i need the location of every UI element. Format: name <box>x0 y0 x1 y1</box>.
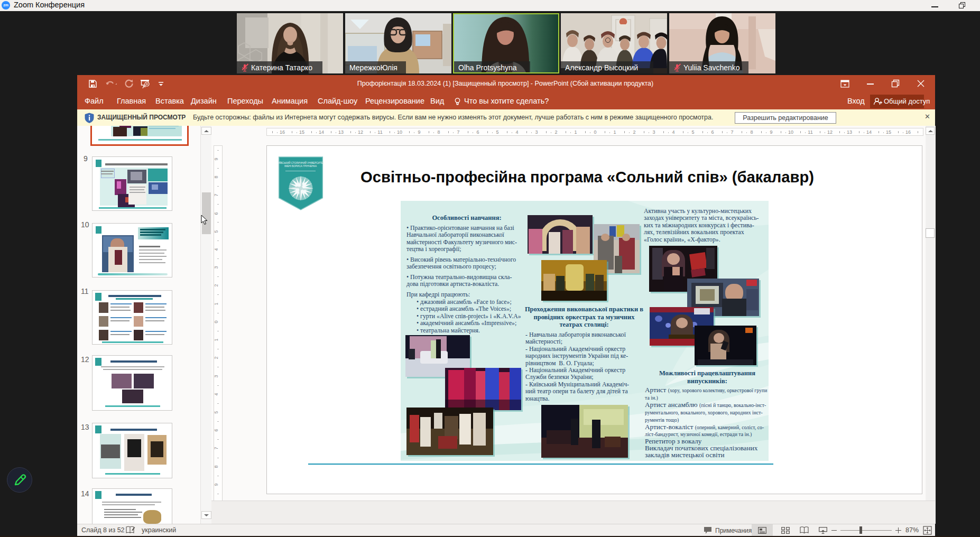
svg-text:16: 16 <box>280 129 285 135</box>
svg-text:6: 6 <box>214 429 219 431</box>
svg-text:14: 14 <box>319 129 324 135</box>
svg-text:10: 10 <box>788 129 793 135</box>
svg-text:2: 2 <box>554 129 557 135</box>
svg-text:16: 16 <box>905 129 911 135</box>
svg-text:13: 13 <box>847 129 852 135</box>
svg-text:7: 7 <box>457 129 459 135</box>
svg-text:2: 2 <box>214 356 219 359</box>
svg-text:8: 8 <box>750 129 753 135</box>
svg-text:7: 7 <box>214 447 219 449</box>
svg-text:4: 4 <box>214 248 219 251</box>
svg-text:6: 6 <box>711 129 714 135</box>
svg-text:3: 3 <box>214 266 219 268</box>
svg-text:3: 3 <box>652 129 655 135</box>
svg-text:8: 8 <box>437 129 440 135</box>
svg-text:11: 11 <box>808 129 812 135</box>
svg-text:5: 5 <box>691 129 694 135</box>
svg-text:12: 12 <box>358 129 363 135</box>
svg-text:8: 8 <box>214 175 219 178</box>
svg-text:8: 8 <box>214 465 219 468</box>
svg-text:15: 15 <box>886 129 891 135</box>
svg-text:9: 9 <box>418 129 420 135</box>
svg-text:КИЇВСЬКИЙ СТОЛИЧНИЙ УНІВЕРСИТЕ: КИЇВСЬКИЙ СТОЛИЧНИЙ УНІВЕРСИТЕТ <box>278 161 324 164</box>
svg-text:13: 13 <box>338 129 344 135</box>
svg-text:0: 0 <box>594 129 596 135</box>
svg-text:9: 9 <box>770 129 772 135</box>
svg-text:ІМЕНІ БОРИСА ГРІНЧЕНКА: ІМЕНІ БОРИСА ГРІНЧЕНКА <box>284 165 317 168</box>
svg-text:1: 1 <box>574 129 577 135</box>
svg-text:5: 5 <box>496 129 498 135</box>
svg-text:15: 15 <box>299 129 304 135</box>
svg-text:4: 4 <box>214 393 219 395</box>
svg-text:4: 4 <box>672 129 674 135</box>
svg-text:5: 5 <box>214 411 219 413</box>
svg-text:1: 1 <box>214 338 219 341</box>
svg-text:9: 9 <box>214 158 219 160</box>
svg-text:10: 10 <box>397 129 402 135</box>
svg-text:14: 14 <box>866 129 872 135</box>
svg-text:0: 0 <box>214 320 219 323</box>
svg-text:7: 7 <box>214 193 219 196</box>
svg-text:1: 1 <box>214 302 219 305</box>
svg-text:11: 11 <box>377 129 382 135</box>
svg-text:1: 1 <box>613 129 616 135</box>
svg-text:2: 2 <box>214 284 219 286</box>
svg-text:2: 2 <box>633 129 635 135</box>
svg-text:6: 6 <box>476 129 479 135</box>
svg-text:9: 9 <box>214 483 219 486</box>
svg-text:7: 7 <box>731 129 733 135</box>
svg-text:3: 3 <box>535 129 538 135</box>
svg-text:3: 3 <box>214 375 219 377</box>
svg-text:4: 4 <box>515 129 518 135</box>
svg-text:5: 5 <box>214 230 219 233</box>
svg-text:6: 6 <box>214 212 219 215</box>
svg-text:12: 12 <box>827 129 833 135</box>
